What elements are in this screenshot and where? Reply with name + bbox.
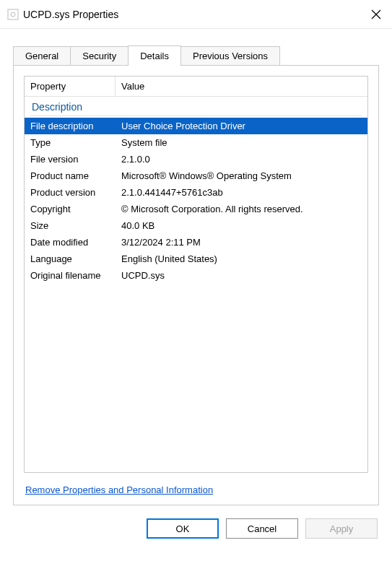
cancel-button[interactable]: Cancel [226,518,298,539]
column-headers: Property Value [25,77,367,97]
tab-strip: General Security Details Previous Versio… [13,45,392,65]
property-value: UCPD.sys [121,270,362,281]
property-name: Date modified [30,237,121,248]
group-separator [30,116,362,116]
column-property[interactable]: Property [25,77,116,96]
property-name: Language [30,253,121,264]
titlebar-left: UCPD.sys Properties [7,9,118,20]
property-value: System file [121,137,362,148]
tab-security[interactable]: Security [70,46,129,66]
link-row: Remove Properties and Personal Informati… [25,483,367,496]
list-item[interactable]: Copyright © Microsoft Corporation. All r… [25,201,367,217]
ok-button[interactable]: OK [147,518,219,539]
list-item[interactable]: File description User Choice Protection … [25,118,367,134]
property-value: 40.0 KB [121,220,362,231]
list-item[interactable]: Size 40.0 KB [25,217,367,234]
property-name: Product name [30,170,121,181]
svg-point-1 [11,12,15,17]
tab-general[interactable]: General [13,46,71,66]
tab-content: Property Value Description File descript… [13,65,379,505]
list-item[interactable]: File version 2.1.0.0 [25,151,367,168]
property-name: File version [30,154,121,165]
tab-label: Security [82,51,116,61]
list-item[interactable]: Type System file [25,134,367,151]
property-value: 2.1.0.0 [121,154,362,165]
property-name: Copyright [30,204,121,214]
list-item[interactable]: Date modified 3/12/2024 2:11 PM [25,234,367,251]
tab-details[interactable]: Details [128,45,181,66]
property-value: 3/12/2024 2:11 PM [121,237,362,248]
property-value: © Microsoft Corporation. All rights rese… [121,204,362,214]
group-description: Description [25,97,367,116]
tab-label: General [25,51,58,61]
property-list[interactable]: Property Value Description File descript… [24,76,368,473]
button-label: Apply [330,523,354,534]
property-name: File description [30,121,121,131]
apply-button: Apply [305,518,378,539]
property-name: Original filename [30,270,121,281]
property-value: 2.1.0.441447+5761c3ab [121,187,362,198]
close-button[interactable] [370,9,382,20]
button-label: Cancel [248,523,276,534]
column-value[interactable]: Value [116,77,367,96]
tab-previous-versions[interactable]: Previous Versions [180,46,280,66]
window-title: UCPD.sys Properties [23,9,118,20]
list-item[interactable]: Product version 2.1.0.441447+5761c3ab [25,184,367,201]
svg-rect-0 [8,9,18,19]
property-name: Product version [30,187,121,198]
property-value: User Choice Protection Driver [121,121,362,131]
titlebar: UCPD.sys Properties [0,0,392,29]
property-value: Microsoft® Windows® Operating System [121,170,362,181]
dialog-buttons: OK Cancel Apply [0,505,392,553]
property-name: Type [30,137,121,148]
remove-properties-link[interactable]: Remove Properties and Personal Informati… [25,484,213,495]
system-icon [7,9,19,20]
tab-label: Previous Versions [193,51,268,61]
tab-label: Details [140,51,169,61]
list-item[interactable]: Language English (United States) [25,251,367,267]
list-item[interactable]: Original filename UCPD.sys [25,267,367,284]
property-value: English (United States) [121,253,362,264]
property-name: Size [30,220,121,231]
list-item[interactable]: Product name Microsoft® Windows® Operati… [25,168,367,184]
button-label: OK [176,523,190,534]
